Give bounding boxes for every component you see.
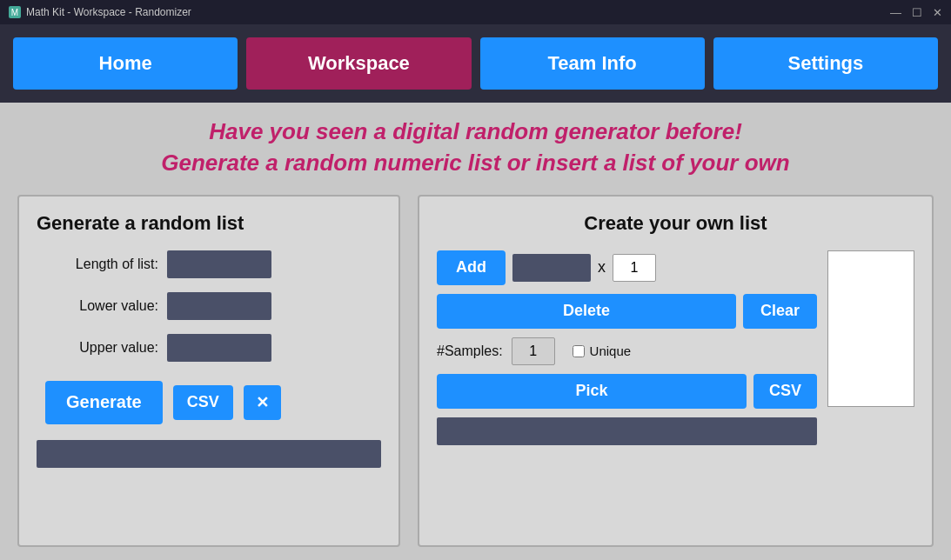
minimize-icon[interactable]: — [890, 6, 901, 19]
title-bar-text: Math Kit - Workspace - Randomizer [26, 6, 191, 18]
headline-line1: Have you seen a digital random generator… [17, 116, 934, 147]
left-panel-title: Generate a random list [37, 212, 381, 235]
upper-row: Upper value: [37, 334, 381, 362]
left-actions: Generate CSV ✕ [45, 381, 381, 424]
right-panel: Create your own list Add x Delete Clear [418, 195, 934, 547]
delete-button[interactable]: Delete [437, 294, 736, 329]
close-icon[interactable]: ✕ [933, 6, 942, 19]
pick-button[interactable]: Pick [437, 374, 747, 409]
add-button[interactable]: Add [437, 250, 506, 285]
lower-row: Lower value: [37, 292, 381, 320]
upper-label: Upper value: [37, 340, 158, 356]
mult-input[interactable] [613, 254, 656, 282]
samples-input[interactable] [512, 337, 555, 365]
unique-row: Unique [573, 343, 632, 358]
csv-right-button[interactable]: CSV [753, 374, 817, 409]
headline-line2: Generate a random numeric list or insert… [17, 147, 934, 178]
nav-teaminfo-button[interactable]: Team Info [480, 37, 705, 90]
clear-left-button[interactable]: ✕ [244, 385, 281, 420]
title-bar: M Math Kit - Workspace - Randomizer — ☐ … [0, 0, 951, 24]
lower-label: Lower value: [37, 298, 158, 314]
length-row: Length of list: [37, 250, 381, 278]
nav-workspace-button[interactable]: Workspace [246, 37, 471, 90]
lower-input[interactable] [167, 292, 271, 320]
add-value-input[interactable] [512, 254, 591, 282]
length-label: Length of list: [37, 257, 158, 272]
main-content: Have you seen a digital random generator… [0, 103, 951, 560]
upper-input[interactable] [167, 334, 271, 362]
clear-button[interactable]: Clear [743, 294, 817, 329]
csv-left-button[interactable]: CSV [173, 385, 233, 420]
unique-checkbox[interactable] [573, 345, 585, 357]
length-input[interactable] [167, 250, 271, 278]
nav-home-button[interactable]: Home [13, 37, 238, 90]
pick-csv-row: Pick CSV [437, 374, 817, 409]
del-clear-row: Delete Clear [437, 294, 817, 329]
left-output [37, 440, 381, 468]
app-icon: M [9, 6, 21, 18]
samples-label: #Samples: [437, 343, 503, 359]
right-output [437, 417, 817, 445]
right-controls: Add x Delete Clear #Samples: [437, 250, 817, 445]
left-panel: Generate a random list Length of list: L… [17, 195, 400, 547]
window-controls[interactable]: — ☐ ✕ [890, 6, 942, 19]
headline: Have you seen a digital random generator… [17, 116, 934, 179]
right-inner: Add x Delete Clear #Samples: [437, 250, 914, 445]
samples-row: #Samples: Unique [437, 337, 817, 365]
add-row: Add x [437, 250, 817, 285]
right-panel-title: Create your own list [437, 212, 914, 235]
right-list-box[interactable] [827, 250, 914, 407]
panels: Generate a random list Length of list: L… [17, 195, 934, 547]
maximize-icon[interactable]: ☐ [912, 6, 922, 19]
generate-button[interactable]: Generate [45, 381, 163, 424]
mult-symbol: x [598, 258, 606, 277]
nav-bar: Home Workspace Team Info Settings [0, 24, 951, 103]
nav-settings-button[interactable]: Settings [713, 37, 938, 90]
unique-label: Unique [590, 343, 632, 358]
